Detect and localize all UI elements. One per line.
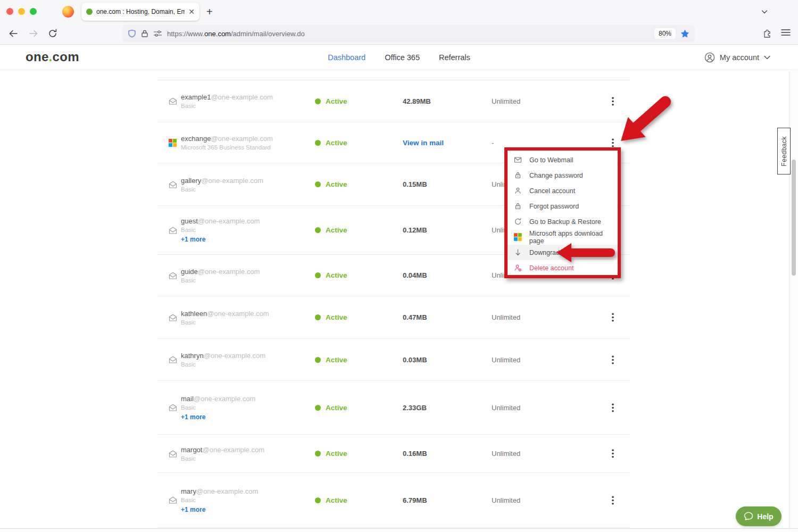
menu-item-change-password[interactable]: Change password [508, 168, 618, 183]
window-bottom-edge [0, 528, 798, 529]
minimize-window-button[interactable] [18, 8, 25, 15]
row-menu-kebab-button[interactable] [595, 496, 630, 505]
row-menu-kebab-button[interactable] [595, 449, 630, 458]
table-row: mail@one-example.comBasic+1 more Active … [157, 381, 630, 435]
plan-label: Basic [181, 404, 314, 411]
main-nav: Dashboard Office 365 Referrals [0, 45, 798, 70]
email-address: mary@one-example.com [181, 487, 314, 495]
view-in-mail-link[interactable]: View in mail [403, 139, 444, 147]
status-dot [315, 357, 321, 363]
status-label: Active [326, 450, 347, 458]
tab-title: one.com : Hosting, Domain, Ema [96, 8, 185, 15]
zoom-level-badge[interactable]: 80% [654, 28, 676, 39]
table-row: mary@one-example.comBasic+1 more Active … [157, 473, 630, 528]
mail-icon [157, 181, 181, 188]
menu-item-forgot-password[interactable]: Forgot password [508, 198, 618, 214]
email-address: kathryn@one-example.com [181, 352, 314, 360]
status-label: Active [326, 139, 347, 147]
plan-label: Basic [181, 227, 314, 233]
feedback-tab[interactable]: Feedback [777, 128, 791, 174]
site-permissions-icon[interactable] [153, 30, 162, 37]
table-row: kathleen@one-example.comBasic Active 0.4… [157, 296, 630, 339]
plan-label: Basic [181, 103, 314, 109]
usage-value: 2.33GB [403, 404, 492, 412]
padlock-icon [514, 171, 522, 179]
nav-referrals[interactable]: Referrals [439, 53, 470, 62]
status-label: Active [326, 313, 347, 321]
maximize-window-button[interactable] [30, 8, 37, 15]
tab-favicon-icon [86, 9, 93, 15]
person-icon [514, 187, 522, 195]
quota-value: Unlimited [492, 97, 595, 105]
lock-icon[interactable] [141, 29, 148, 38]
lock-keyhole-icon [514, 202, 522, 210]
status-dot [315, 181, 321, 187]
status-dot [315, 497, 321, 503]
firefox-icon [62, 6, 74, 18]
more-aliases-link[interactable]: +1 more [181, 413, 314, 421]
table-row: example1@one-example.comBasic Active 42.… [157, 80, 630, 122]
browser-chrome: one.com : Hosting, Domain, Ema ✕ + https… [0, 0, 798, 45]
plan-label: Microsoft 365 Business Standard [181, 144, 314, 151]
email-address: margot@one-example.com [181, 446, 314, 454]
menu-item-cancel-account[interactable]: Cancel account [508, 183, 618, 198]
url-text[interactable]: https://www.one.com/admin/mail/overview.… [167, 30, 650, 38]
usage-value: 42.89MB [403, 97, 492, 105]
mail-icon [157, 450, 181, 458]
quota-value: Unlimited [492, 450, 595, 458]
email-address: guide@one-example.com [181, 268, 314, 276]
url-bar[interactable]: https://www.one.com/admin/mail/overview.… [122, 25, 695, 42]
back-button[interactable] [9, 29, 18, 38]
menu-item-backup-restore[interactable]: Go to Backup & Restore [508, 214, 618, 229]
scrollbar-thumb[interactable] [792, 160, 796, 276]
status-label: Active [326, 271, 347, 279]
mail-icon [157, 272, 181, 279]
row-menu-kebab-button[interactable] [595, 355, 630, 364]
usage-value: 6.79MB [403, 496, 492, 504]
forward-button[interactable] [29, 29, 38, 38]
person-remove-icon [514, 264, 522, 272]
plan-label: Basic [181, 455, 314, 462]
menu-hamburger-icon[interactable] [781, 28, 791, 37]
browser-tab[interactable]: one.com : Hosting, Domain, Ema ✕ [81, 3, 200, 21]
close-window-button[interactable] [6, 8, 13, 15]
plan-label: Basic [181, 186, 314, 193]
new-tab-button[interactable]: + [206, 6, 213, 17]
nav-office-365[interactable]: Office 365 [385, 53, 420, 62]
status-dot [315, 451, 321, 456]
help-button[interactable]: Help [736, 506, 782, 526]
quota-value: - [492, 139, 595, 147]
usage-value: 0.16MB [403, 450, 492, 458]
bookmark-star-icon[interactable] [680, 29, 689, 38]
status-label: Active [326, 97, 347, 105]
quota-value: Unlimited [492, 313, 595, 321]
menu-item-go-to-webmail[interactable]: Go to Webmail [508, 152, 618, 168]
usage-value: 0.15MB [403, 180, 492, 188]
tab-overflow-chevron-icon[interactable] [761, 8, 768, 15]
nav-dashboard[interactable]: Dashboard [328, 53, 365, 62]
annotation-arrow-to-kebab [619, 94, 672, 143]
email-address: mail@one-example.com [181, 395, 314, 403]
plan-label: Basic [181, 361, 314, 368]
reload-button[interactable] [48, 29, 57, 38]
more-aliases-link[interactable]: +1 more [181, 506, 314, 513]
status-dot [315, 405, 321, 411]
status-dot [315, 98, 321, 104]
microsoft-icon [157, 139, 181, 147]
email-address: exchange@one-example.com [181, 135, 314, 143]
site-header: one.com Dashboard Office 365 Referrals M… [0, 45, 798, 70]
status-label: Active [326, 226, 347, 234]
mail-icon [157, 97, 181, 105]
tab-strip: one.com : Hosting, Domain, Ema ✕ + [0, 0, 798, 23]
down-arrow-icon [514, 248, 522, 256]
row-menu-kebab-button[interactable] [595, 403, 630, 412]
more-aliases-link[interactable]: +1 more [181, 236, 314, 243]
tab-close-icon[interactable]: ✕ [188, 8, 195, 15]
my-account-menu[interactable]: My account [704, 45, 770, 70]
extensions-puzzle-icon[interactable] [762, 28, 772, 38]
tracking-shield-icon[interactable] [128, 29, 136, 38]
table-row: kathryn@one-example.comBasic Active 0.03… [157, 339, 630, 381]
email-address: gallery@one-example.com [181, 177, 314, 185]
row-menu-kebab-button[interactable] [595, 313, 630, 322]
microsoft-icon [514, 233, 522, 241]
